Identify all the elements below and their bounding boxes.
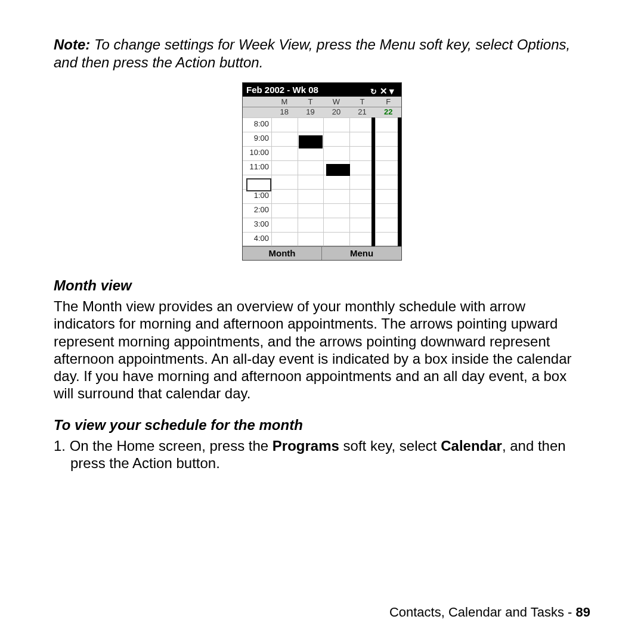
grid-cell[interactable] <box>298 218 324 232</box>
grid-cell[interactable] <box>298 175 324 189</box>
time-label: 2:00 <box>243 203 271 218</box>
grid-cell[interactable] <box>271 175 298 189</box>
softkey-bar: Month Menu <box>243 246 401 260</box>
grid-cell[interactable] <box>323 146 349 160</box>
date-label-today: 22 <box>375 107 401 117</box>
page-footer: Contacts, Calendar and Tasks - 89 <box>389 605 590 620</box>
month-view-body: The Month view provides an overview of y… <box>54 298 590 402</box>
date-row: 18 19 20 21 22 <box>243 107 401 117</box>
time-label: 10:00 <box>243 146 271 160</box>
grid-cell[interactable] <box>323 132 349 146</box>
grid-cell[interactable] <box>323 218 349 232</box>
grid-cell[interactable] <box>271 189 298 203</box>
grid-cell[interactable] <box>271 132 298 146</box>
grid-cell[interactable] <box>323 117 349 132</box>
day-label: T <box>298 97 324 107</box>
date-spacer <box>243 107 271 117</box>
time-label: 9:00 <box>243 132 271 146</box>
grid-cell[interactable] <box>298 203 324 218</box>
grid-cell[interactable] <box>298 189 324 203</box>
step-text: soft key, select <box>339 438 441 454</box>
status-icons: ✕ ▾ <box>370 86 398 94</box>
grid-cell[interactable] <box>271 218 298 232</box>
sync-icon <box>370 86 379 94</box>
day-header-row: M T W T F <box>243 97 401 107</box>
day-label: M <box>271 97 298 107</box>
day-label: F <box>375 97 401 107</box>
grid-cell[interactable] <box>298 160 324 175</box>
date-label: 21 <box>349 107 376 117</box>
signal-icon: ▾ <box>389 86 398 94</box>
date-label: 20 <box>323 107 349 117</box>
grid-cell[interactable] <box>271 232 298 246</box>
time-label: 3:00 <box>243 218 271 232</box>
date-label: 18 <box>271 107 298 117</box>
grid-cell[interactable] <box>271 117 298 132</box>
appointment-block[interactable] <box>326 164 350 176</box>
time-label: 4:00 <box>243 232 271 246</box>
softkey-month[interactable]: Month <box>243 247 322 260</box>
to-view-schedule-heading: To view your schedule for the month <box>54 417 590 434</box>
phone-title: Feb 2002 - Wk 08 <box>246 85 318 95</box>
day-header-spacer <box>243 97 271 107</box>
appointment-block[interactable] <box>299 135 323 148</box>
grid-cell[interactable] <box>298 117 324 132</box>
grid-cell[interactable] <box>298 232 324 246</box>
step-num: 1. <box>54 438 70 454</box>
phone-title-bar: Feb 2002 - Wk 08 ✕ ▾ <box>243 83 401 97</box>
screenshot-container: Feb 2002 - Wk 08 ✕ ▾ M T W T F 18 19 20 … <box>54 82 590 261</box>
week-grid: 8:00 9:00 10:00 11:00 12 P 1:00 2:00 3:0… <box>243 117 401 246</box>
softkey-menu[interactable]: Menu <box>322 247 401 260</box>
grid-cell[interactable] <box>323 175 349 189</box>
phone-screenshot: Feb 2002 - Wk 08 ✕ ▾ M T W T F 18 19 20 … <box>242 82 402 261</box>
day-label: T <box>349 97 376 107</box>
date-label: 19 <box>298 107 324 117</box>
step-text: On the Home screen, press the <box>70 438 273 454</box>
grid-cell[interactable] <box>271 160 298 175</box>
step-1: 1. On the Home screen, press the Program… <box>54 437 590 472</box>
allday-stripe-fri <box>398 117 401 246</box>
day-label: W <box>323 97 349 107</box>
grid-cell[interactable] <box>271 203 298 218</box>
note-text: To change settings for Week View, press … <box>54 36 570 70</box>
time-label: 11:00 <box>243 160 271 175</box>
grid-cell[interactable] <box>323 203 349 218</box>
allday-stripe-thu <box>371 117 375 246</box>
grid-cell[interactable] <box>271 146 298 160</box>
step-bold-programs: Programs <box>273 438 339 454</box>
close-icon: ✕ <box>380 86 388 94</box>
step-bold-calendar: Calendar <box>441 438 502 454</box>
selection-box[interactable] <box>246 178 271 191</box>
time-label: 8:00 <box>243 117 271 132</box>
footer-section: Contacts, Calendar and Tasks - <box>389 605 576 620</box>
footer-page: 89 <box>576 605 590 620</box>
month-view-heading: Month view <box>54 277 590 294</box>
grid-cell[interactable] <box>323 189 349 203</box>
note-label: Note: <box>54 36 90 52</box>
grid-cell[interactable] <box>323 232 349 246</box>
note-paragraph: Note: To change settings for Week View, … <box>54 36 590 72</box>
